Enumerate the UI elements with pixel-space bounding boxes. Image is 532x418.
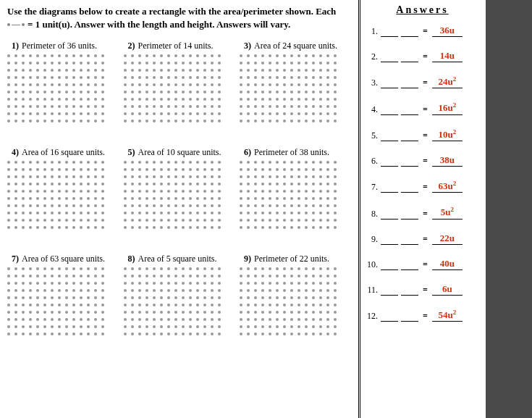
answer-blank — [401, 285, 418, 296]
answer-value: 10u2 — [432, 128, 463, 141]
answer-row: 3.=24u2 — [366, 75, 478, 88]
answer-blank — [401, 78, 418, 88]
answers-panel: Answers 1.=36u2.=14u3.=24u24.=16u25.=10u… — [360, 0, 486, 418]
answer-row: 8.=5u2 — [366, 206, 478, 219]
problems-area: Use the diagrams below to create a recta… — [0, 0, 360, 418]
instructions-line1: Use the diagrams below to create a recta… — [7, 6, 354, 17]
problem: 2)Perimeter of 14 units. — [124, 41, 238, 127]
problems-row: 7)Area of 63 square units.8)Area of 5 sq… — [7, 254, 354, 340]
answer-value: 63u2 — [432, 180, 463, 193]
answer-blank — [381, 235, 398, 245]
problems-container: 1)Perimeter of 36 units.2)Perimeter of 1… — [7, 41, 354, 340]
answer-blank — [381, 156, 398, 167]
equals-sign: = — [423, 209, 428, 220]
problem-text: Perimeter of 38 units. — [254, 147, 329, 158]
problem-label: 3)Area of 24 square units. — [240, 41, 354, 51]
problem-label: 4)Area of 16 square units. — [7, 147, 122, 158]
answer-row: 7.=63u2 — [366, 180, 478, 193]
dot-grid — [124, 54, 231, 122]
answer-value: 6u — [432, 283, 463, 296]
answer-row: 4.=16u2 — [366, 101, 478, 114]
equals-sign: = — [423, 259, 428, 270]
unit-scale-icon — [7, 23, 25, 26]
problem-text: Area of 63 square units. — [22, 254, 105, 264]
answer-blank — [381, 105, 398, 115]
instructions: Use the diagrams below to create a recta… — [7, 6, 354, 30]
answer-number: 1. — [366, 26, 378, 37]
problem: 1)Perimeter of 36 units. — [7, 41, 122, 127]
equals-sign: = — [423, 182, 428, 193]
dot-grid — [124, 267, 231, 335]
dot-grid — [7, 267, 114, 335]
equals-sign: = — [423, 311, 428, 322]
answer-blank — [401, 183, 418, 193]
answer-blank — [381, 131, 398, 141]
answer-value: 5u2 — [432, 206, 463, 219]
dot-grid — [124, 161, 231, 229]
dot-grid — [240, 267, 347, 335]
problem: 9)Perimeter of 22 units. — [240, 254, 354, 340]
problem: 6)Perimeter of 38 units. — [240, 147, 354, 233]
equals-sign: = — [423, 130, 428, 141]
answer-number: 6. — [366, 156, 378, 167]
answer-row: 5.=10u2 — [366, 128, 478, 141]
problem-label: 6)Perimeter of 38 units. — [240, 147, 354, 158]
dot-grid — [7, 54, 114, 122]
answer-number: 7. — [366, 182, 378, 193]
answer-blank — [401, 235, 418, 245]
answer-row: 2.=14u — [366, 50, 478, 62]
answer-row: 11.=6u — [366, 283, 478, 296]
answer-row: 12.=54u2 — [366, 309, 478, 322]
instructions-line2-text: = 1 unit(u). Answer with the length and … — [28, 19, 290, 30]
problem-number: 5) — [124, 147, 135, 158]
answer-number: 8. — [366, 209, 378, 220]
answer-blank — [381, 27, 398, 37]
problem: 7)Area of 63 square units. — [7, 254, 122, 340]
answer-value: 36u — [432, 25, 463, 37]
equals-sign: = — [423, 78, 428, 88]
answer-blank — [401, 131, 418, 141]
equals-sign: = — [423, 51, 428, 62]
problem-text: Perimeter of 14 units. — [138, 41, 214, 51]
answer-number: 12. — [366, 311, 378, 322]
answer-blank — [401, 156, 418, 167]
answer-row: 6.=38u — [366, 154, 478, 167]
equals-sign: = — [423, 104, 428, 115]
answer-blank — [401, 260, 418, 270]
answer-row: 1.=36u — [366, 25, 478, 37]
equals-sign: = — [423, 234, 428, 245]
worksheet-page: Use the diagrams below to create a recta… — [0, 0, 486, 418]
answer-number: 4. — [366, 104, 378, 115]
answer-blank — [401, 312, 418, 322]
problem-label: 8)Area of 5 square units. — [124, 254, 238, 264]
answer-row: 9.=22u — [366, 233, 478, 245]
problem: 3)Area of 24 square units. — [240, 41, 354, 127]
problem-number: 6) — [240, 147, 251, 158]
answer-blank — [381, 260, 398, 270]
answer-blank — [381, 312, 398, 322]
problem: 4)Area of 16 square units. — [7, 147, 122, 233]
problem-text: Perimeter of 36 units. — [22, 41, 97, 51]
problem-number: 7) — [7, 254, 19, 264]
problem-number: 3) — [240, 41, 251, 51]
problem-number: 1) — [7, 41, 19, 51]
answer-blank — [381, 183, 398, 193]
answer-value: 22u — [432, 233, 463, 245]
problem-label: 7)Area of 63 square units. — [7, 254, 122, 264]
instructions-line2: = 1 unit(u). Answer with the length and … — [7, 19, 290, 30]
problem-label: 5)Area of 10 square units. — [124, 147, 238, 158]
equals-sign: = — [423, 156, 428, 167]
answer-number: 11. — [366, 285, 378, 296]
answer-value: 38u — [432, 154, 463, 167]
answer-value: 16u2 — [432, 101, 463, 114]
problem: 8)Area of 5 square units. — [124, 254, 238, 340]
answer-number: 9. — [366, 234, 378, 245]
answer-number: 10. — [366, 259, 378, 270]
problem: 5)Area of 10 square units. — [124, 147, 238, 233]
answer-blank — [401, 52, 418, 62]
answer-blank — [401, 209, 418, 220]
dot-grid — [240, 161, 347, 229]
problem-label: 1)Perimeter of 36 units. — [7, 41, 122, 51]
answer-blank — [381, 285, 398, 296]
problem-number: 8) — [124, 254, 135, 264]
